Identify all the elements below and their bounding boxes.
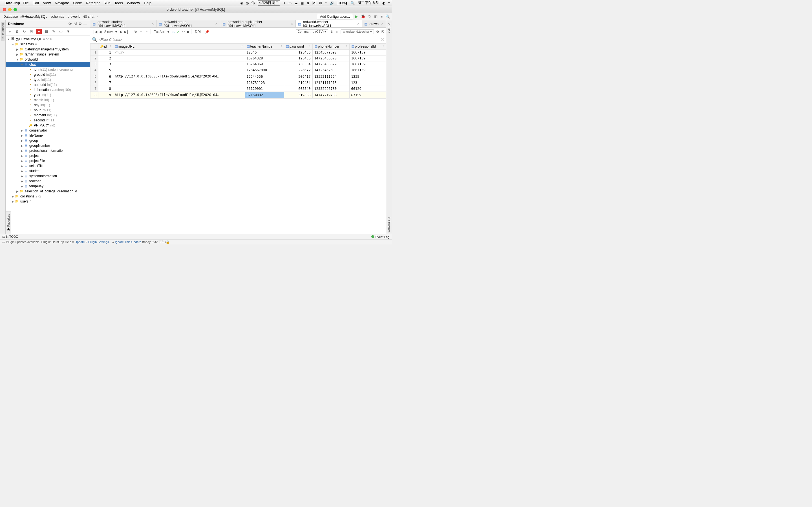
table-row[interactable]: 56http://127.0.0.1:8080/File/downloadFil…	[91, 73, 386, 80]
profile-icon[interactable]: ◧	[374, 14, 377, 18]
tree-row[interactable]: tempPlay	[6, 184, 90, 189]
close-tab-icon[interactable]: ✕	[357, 22, 359, 25]
date-indicator[interactable]: 4月28日 周二	[258, 0, 280, 6]
menu-run[interactable]: Run	[104, 1, 110, 5]
hide-icon[interactable]: —	[83, 22, 88, 26]
tree-row[interactable]: systemInformation	[6, 173, 90, 179]
reload-icon[interactable]: ↻	[134, 30, 137, 34]
close-tab-icon[interactable]: ✕	[215, 22, 218, 25]
tx-mode[interactable]: Tx: Auto ▾	[153, 30, 170, 34]
tree-row[interactable]: yearint(11)	[6, 93, 90, 98]
sync-icon[interactable]: ⟳	[67, 22, 72, 26]
database-tree[interactable]: @HuaweiMySQL4 of 18📁schemas4📁CateringMan…	[6, 36, 90, 211]
submit-icon[interactable]: ✓	[177, 30, 180, 34]
toolwindow-structure[interactable]: 7: Structure	[388, 216, 391, 234]
remove-row-icon[interactable]: －	[145, 29, 148, 34]
column-header[interactable]: phoneNumber÷	[312, 44, 349, 50]
debug-icon[interactable]: 🐞	[361, 14, 365, 18]
editor-tab[interactable]: ordworld.teacher [@HuaweiMySQL]✕	[296, 20, 362, 27]
tree-row[interactable]: authoridint(11)	[6, 82, 90, 87]
tree-row[interactable]: student	[6, 168, 90, 173]
table-row[interactable]: 89http://127.0.0.1:8080/File/downloadFil…	[91, 92, 386, 99]
breadcrumb-schemas[interactable]: schemas	[49, 15, 66, 18]
commit-icon[interactable]: ⎌	[172, 30, 174, 34]
rollback-icon[interactable]: ↶	[182, 30, 185, 34]
tree-row[interactable]: momentint(11)	[6, 113, 90, 118]
toolwindow-database[interactable]: 1: Database	[1, 22, 4, 41]
wifi-icon[interactable]: ⌔	[325, 1, 327, 5]
coverage-icon[interactable]: ↻	[368, 14, 371, 18]
column-header[interactable]: teacherNumber÷	[245, 44, 284, 50]
tree-row[interactable]: group	[6, 138, 90, 143]
table-row[interactable]: 4512345678902266721472345231667159	[91, 67, 386, 73]
tree-row[interactable]: 📁schemas4	[6, 42, 90, 47]
tree-row[interactable]: groupidint(11)	[6, 72, 90, 77]
prev-page-icon[interactable]: ◀	[99, 30, 101, 34]
status-link-update[interactable]: Update	[75, 240, 85, 244]
editor-tab[interactable]: ordworld.groupNumber [@HuaweiMySQL]✕	[220, 20, 296, 27]
close-tab-icon[interactable]: ✕	[151, 22, 154, 25]
menu-navigate[interactable]: Navigate	[55, 1, 69, 5]
export-format-select[interactable]: Comma-…d (CSV) ▾	[296, 29, 328, 34]
favorites-label[interactable]: Favorites	[7, 214, 10, 227]
tree-row[interactable]: projectFile	[6, 158, 90, 163]
refresh-button[interactable]: ↻	[21, 29, 27, 34]
leaf-icon[interactable]: ✿	[306, 1, 309, 5]
breadcrumb-schema[interactable]: ordworld	[66, 15, 82, 18]
menu-edit[interactable]: Edit	[33, 1, 39, 5]
last-page-icon[interactable]: ▶⎮	[124, 30, 128, 34]
tree-row[interactable]: 📁selection_of_college_graduation_d	[6, 189, 90, 194]
editor-tab[interactable]: ordworld.group [@HuaweiMySQL]✕	[156, 20, 220, 27]
status-link-settings[interactable]: Plugin Settings...	[88, 240, 112, 244]
spotlight-icon[interactable]: 🔍	[350, 1, 355, 5]
lock-icon[interactable]: 🔒	[166, 240, 170, 244]
collapse-icon[interactable]: ⇲	[72, 22, 78, 26]
upload-icon[interactable]: ⬆	[336, 30, 338, 34]
stop-icon[interactable]: ■	[380, 14, 383, 18]
duplicate-button[interactable]: ⧉	[14, 29, 20, 34]
event-log-toolwindow[interactable]: Event Log	[371, 235, 389, 238]
menu-refactor[interactable]: Refactor	[86, 1, 100, 5]
tree-row[interactable]: groupNumber	[6, 143, 90, 148]
edit-button[interactable]: ✎	[51, 29, 56, 34]
breadcrumb-database[interactable]: Database	[2, 15, 19, 18]
close-tab-icon[interactable]: ✕	[291, 22, 293, 25]
close-tab-icon[interactable]: ✕	[381, 22, 384, 25]
tree-row-selected[interactable]: chat	[6, 62, 90, 67]
toolwindow-files[interactable]: 2: Files	[388, 22, 391, 34]
siri-icon[interactable]: ◉	[240, 1, 243, 5]
ddl-button[interactable]: DDL	[194, 30, 203, 34]
tree-row[interactable]: fileName	[6, 133, 90, 138]
status-link-ignore[interactable]: Ignore This Update	[115, 240, 141, 244]
data-grid[interactable]: id÷imageURL÷teacherNumber÷password÷phone…	[90, 43, 386, 99]
stop-button[interactable]: ■	[36, 29, 42, 34]
tree-row[interactable]: idint(11) (auto increment)	[6, 67, 90, 72]
cloud-icon[interactable]: ☁	[294, 1, 298, 5]
add-row-icon[interactable]: ＋	[139, 29, 143, 34]
menu-view[interactable]: View	[43, 1, 51, 5]
filter-criteria-input[interactable]	[99, 38, 380, 42]
column-header[interactable]: id÷	[98, 44, 113, 50]
next-page-icon[interactable]: ▶	[120, 30, 122, 34]
table-row[interactable]: 2216764328123456147234565781667159	[91, 55, 386, 61]
search-everywhere-icon[interactable]: 🔍	[386, 14, 390, 18]
clear-filter-icon[interactable]: ✕	[380, 37, 384, 42]
pin-icon[interactable]: 📌	[205, 30, 209, 34]
timemachine-icon[interactable]: ◷	[246, 1, 249, 5]
jump-to-console-button[interactable]: ⎘	[29, 29, 35, 34]
clock[interactable]: 周二 下午 8:54	[357, 1, 379, 5]
add-configuration-button[interactable]: Add Configuration...	[317, 14, 353, 19]
menu-window[interactable]: Window	[127, 1, 140, 5]
volume-icon[interactable]: 🔊	[330, 1, 334, 5]
breadcrumb-datasource[interactable]: @HuaweiMySQL	[19, 15, 49, 18]
favorites-star-icon[interactable]: ★	[6, 227, 10, 232]
editor-tab[interactable]: ordworld.student [@HuaweiMySQL]✕	[90, 20, 156, 27]
tree-row[interactable]: teacher	[6, 179, 90, 184]
airdrop-icon[interactable]: ✈	[283, 1, 286, 5]
table-row[interactable]: 6712673112321943412121111213123	[91, 80, 386, 86]
new-datasource-button[interactable]: ＋	[7, 29, 12, 34]
filter-button[interactable]: ▼	[65, 29, 71, 34]
first-page-icon[interactable]: ⎮◀	[93, 30, 97, 34]
view-as-table-button[interactable]: ▦	[43, 29, 49, 34]
ddl-button[interactable]: ▭	[58, 29, 64, 34]
